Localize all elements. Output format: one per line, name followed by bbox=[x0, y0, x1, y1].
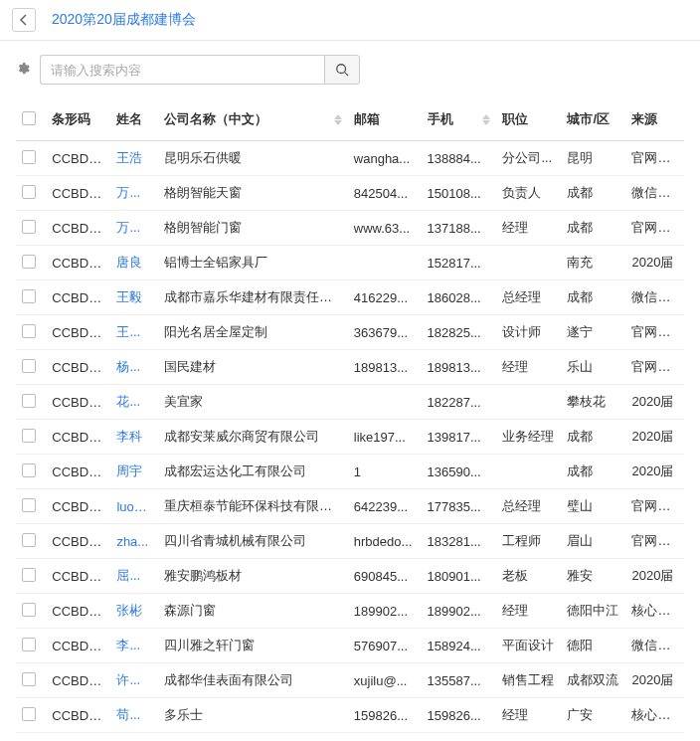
header-barcode[interactable]: 条形码 bbox=[46, 98, 110, 141]
row-checkbox[interactable] bbox=[22, 707, 36, 721]
header-city[interactable]: 城市/区 bbox=[561, 98, 625, 141]
row-checkbox[interactable] bbox=[22, 533, 36, 547]
table-row[interactable]: CCBD2... 许... 成都华佳表面有限公司 xujilu@... 1355… bbox=[16, 663, 684, 698]
row-checkbox[interactable] bbox=[22, 220, 36, 234]
cell-name[interactable]: luowei bbox=[110, 489, 158, 524]
header-source[interactable]: 来源 bbox=[625, 98, 684, 141]
cell-phone: 150108... bbox=[422, 176, 497, 211]
cell-name[interactable]: 屈... bbox=[110, 559, 158, 594]
cell-phone: 182287... bbox=[422, 385, 497, 420]
row-checkbox[interactable] bbox=[22, 429, 36, 443]
cell-company: 四川雅之轩门窗 bbox=[158, 629, 348, 663]
cell-name[interactable]: 周宇 bbox=[110, 455, 158, 489]
cell-company: 阳光名居全屋定制 bbox=[158, 315, 348, 350]
table-row[interactable]: CCBD2... 王... 阳光名居全屋定制 363679... 182825.… bbox=[16, 315, 684, 350]
row-checkbox[interactable] bbox=[22, 324, 36, 338]
row-checkbox[interactable] bbox=[22, 638, 36, 651]
cell-name[interactable]: 李科 bbox=[110, 420, 158, 455]
cell-name[interactable]: 万... bbox=[110, 176, 158, 211]
cell-name[interactable]: 张彬 bbox=[110, 594, 158, 629]
row-checkbox[interactable] bbox=[22, 672, 36, 686]
cell-source: 2020届 bbox=[625, 246, 684, 280]
cell-email: hrbdedo... bbox=[348, 524, 422, 559]
row-checkbox[interactable] bbox=[22, 568, 36, 582]
cell-name[interactable]: zha... bbox=[110, 524, 158, 559]
search-input-wrapper bbox=[40, 55, 360, 85]
cell-email: 416229... bbox=[348, 280, 422, 315]
cell-position: 负责人 bbox=[496, 176, 561, 211]
table-row[interactable]: CCBD2... luowei 重庆桓泰节能环保科技有限公司 642239...… bbox=[16, 489, 684, 524]
cell-city: 成都 bbox=[561, 211, 625, 246]
cell-phone: 139817... bbox=[422, 420, 497, 455]
cell-position: 总经理 bbox=[496, 280, 561, 315]
table-row[interactable]: CCBD2... 万... 格朗智能门窗 www.63... 137188...… bbox=[16, 211, 684, 246]
table-row[interactable]: CCBD2... 李... 四川雅之轩门窗 576907... 158924..… bbox=[16, 629, 684, 663]
cell-name[interactable]: 任... bbox=[110, 733, 158, 742]
cell-barcode: CCBD2... bbox=[46, 663, 110, 698]
sort-icon[interactable] bbox=[482, 114, 490, 125]
header-name[interactable]: 姓名 bbox=[110, 98, 158, 141]
row-checkbox[interactable] bbox=[22, 289, 36, 303]
header-email[interactable]: 邮箱 bbox=[348, 98, 422, 141]
cell-name[interactable]: 王... bbox=[110, 315, 158, 350]
cell-email: 189902... bbox=[348, 594, 422, 629]
cell-phone: 183281... bbox=[422, 524, 497, 559]
row-checkbox[interactable] bbox=[22, 463, 36, 477]
cell-name[interactable]: 王浩 bbox=[110, 141, 158, 176]
table-row[interactable]: CCBD2... 李科 成都安莱威尔商贸有限公司 like197... 1398… bbox=[16, 420, 684, 455]
cell-city: 遂宁 bbox=[561, 315, 625, 350]
cell-name[interactable]: 许... bbox=[110, 663, 158, 698]
row-checkbox[interactable] bbox=[22, 603, 36, 617]
cell-position: 工程师 bbox=[496, 524, 561, 559]
table-row[interactable]: CCBD2... zha... 四川省青城机械有限公司 hrbdedo... 1… bbox=[16, 524, 684, 559]
search-button[interactable] bbox=[324, 55, 360, 85]
table-row[interactable]: CCBD2... 屈... 雅安鹏鸿板材 690845... 180901...… bbox=[16, 559, 684, 594]
cell-name[interactable]: 苟... bbox=[110, 698, 158, 733]
cell-company: 成都安莱威尔商贸有限公司 bbox=[158, 420, 348, 455]
cell-email: 690845... bbox=[348, 559, 422, 594]
header-phone[interactable]: 手机 bbox=[422, 98, 497, 141]
table-row[interactable]: CCBD2... 张彬 森源门窗 189902... 189902... 经理 … bbox=[16, 594, 684, 629]
page-title[interactable]: 2020第20届成都建博会 bbox=[52, 11, 196, 29]
header-company[interactable]: 公司名称（中文） bbox=[158, 98, 348, 141]
row-checkbox[interactable] bbox=[22, 150, 36, 164]
cell-name[interactable]: 王毅 bbox=[110, 280, 158, 315]
row-checkbox[interactable] bbox=[22, 255, 36, 269]
cell-phone: 186028... bbox=[422, 280, 497, 315]
cell-company: 铝博士全铝家具厂 bbox=[158, 246, 348, 280]
table-row[interactable]: CCBD2... 唐良 铝博士全铝家具厂 152817... 南充 2020届 bbox=[16, 246, 684, 280]
cell-phone: 189813... bbox=[422, 350, 497, 385]
table-row[interactable]: CCBD2... 万... 格朗智能天窗 842504... 150108...… bbox=[16, 176, 684, 211]
search-input[interactable] bbox=[40, 55, 324, 85]
cell-company: 国民建材 bbox=[158, 350, 348, 385]
cell-name[interactable]: 花... bbox=[110, 385, 158, 420]
row-checkbox[interactable] bbox=[22, 394, 36, 408]
table-row[interactable]: CCBD2... 周宇 成都宏运达化工有限公司 1 136590... 成都 2… bbox=[16, 455, 684, 489]
cell-name[interactable]: 万... bbox=[110, 211, 158, 246]
table-row[interactable]: CCBD2... 花... 美宜家 182287... 攀枝花 2020届 bbox=[16, 385, 684, 420]
cell-name[interactable]: 唐良 bbox=[110, 246, 158, 280]
cell-barcode: CCBD2... bbox=[46, 524, 110, 559]
row-checkbox[interactable] bbox=[22, 359, 36, 373]
header-position[interactable]: 职位 bbox=[496, 98, 561, 141]
table-row[interactable]: CCBD2... 杨... 国民建材 189813... 189813... 经… bbox=[16, 350, 684, 385]
cell-position: 业务经理 bbox=[496, 420, 561, 455]
row-checkbox[interactable] bbox=[22, 498, 36, 512]
cell-email: xujilu@... bbox=[348, 663, 422, 698]
cell-name[interactable]: 李... bbox=[110, 629, 158, 663]
table-row[interactable]: CCBD2... 苟... 多乐士 159826... 159826... 经理… bbox=[16, 698, 684, 733]
cell-email: 156051... bbox=[348, 733, 422, 742]
table-row[interactable]: CCBD2... 王毅 成都市嘉乐华建材有限责任公司 416229... 186… bbox=[16, 280, 684, 315]
cell-city: 眉山 bbox=[561, 524, 625, 559]
table-row[interactable]: CCBD2... 王浩 昆明乐石供暖 wangha... 138884... 分… bbox=[16, 141, 684, 176]
cell-barcode: CCBD2... bbox=[46, 141, 110, 176]
table-row[interactable]: CCBD2... 任... 成都建工工业化建筑有限公司 156051... 18… bbox=[16, 733, 684, 742]
cell-position bbox=[496, 455, 561, 489]
gear-icon[interactable] bbox=[16, 62, 30, 79]
row-checkbox[interactable] bbox=[22, 185, 36, 199]
cell-name[interactable]: 杨... bbox=[110, 350, 158, 385]
back-button[interactable] bbox=[12, 8, 36, 32]
select-all-checkbox[interactable] bbox=[22, 111, 36, 125]
sort-icon[interactable] bbox=[334, 114, 342, 125]
cell-barcode: CCBD2... bbox=[46, 176, 110, 211]
